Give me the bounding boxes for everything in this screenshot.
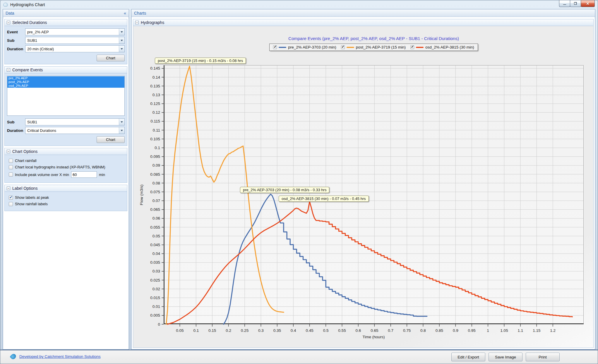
close-icon[interactable] [581, 0, 595, 7]
svg-text:1.05: 1.05 [500, 328, 508, 333]
svg-text:0.09: 0.09 [153, 163, 160, 168]
group-label-options-header[interactable]: Label Options [5, 185, 127, 192]
svg-text:0.35: 0.35 [273, 328, 281, 333]
css-logo-icon [10, 353, 17, 360]
chart-button-compare[interactable]: Chart [97, 136, 125, 143]
svg-text:1.1: 1.1 [518, 328, 523, 333]
svg-text:0.2: 0.2 [226, 328, 231, 333]
collapse-group-icon[interactable] [7, 21, 10, 24]
title-bar[interactable]: Hydrographs Chart [0, 0, 598, 9]
credit: Developed by Catchment Simulation Soluti… [11, 354, 101, 359]
svg-text:0.035: 0.035 [150, 260, 160, 265]
option-chart-rainfall: Chart rainfall [9, 158, 125, 163]
chevron-down-icon[interactable] [119, 29, 124, 35]
chevron-down-icon[interactable] [119, 46, 124, 52]
collapse-group-icon[interactable] [7, 150, 10, 153]
collapse-panel-icon[interactable]: « [124, 11, 126, 15]
svg-text:0.9: 0.9 [453, 328, 458, 333]
checkbox[interactable] [9, 172, 13, 177]
edit-export-button[interactable]: Edit / Export [451, 353, 485, 361]
svg-text:0.135: 0.135 [150, 84, 160, 88]
group-title: Selected Durations [12, 20, 47, 25]
group-chart-options-header[interactable]: Chart Options [5, 148, 127, 155]
data-panel-title: Data [6, 11, 14, 15]
x-axis-label: Time (hours) [164, 335, 584, 339]
compare-events-list[interactable]: pre_2% AEPpost_2% AEPosd_2% AEP [7, 76, 125, 116]
event-dropdown[interactable]: pre_2% AEP [25, 28, 125, 35]
list-item[interactable]: pre_2% AEP [7, 76, 124, 80]
credit-link[interactable]: Developed by Catchment Simulation Soluti… [19, 354, 101, 359]
legend-checkbox[interactable] [410, 45, 414, 49]
plot-svg[interactable]: 00.0050.010.0150.020.0250.030.0350.040.0… [164, 65, 584, 324]
svg-text:0.05: 0.05 [153, 234, 160, 238]
group-title: Chart Options [12, 149, 37, 154]
legend-checkbox[interactable] [341, 45, 345, 49]
legend-item[interactable]: pre_2% AEP-3703 (20 min) [273, 45, 336, 49]
legend-checkbox[interactable] [273, 45, 277, 49]
chevron-down-icon[interactable] [119, 119, 124, 125]
save-image-button[interactable]: Save Image [489, 353, 522, 361]
main-content: Data « Selected Durations Event pre_2% A… [3, 9, 595, 350]
hydrographs-group-title: Hydrographs [141, 20, 164, 25]
charts-panel: Charts Hydrographs Compare Events (pre_2… [131, 9, 595, 350]
svg-text:0.45: 0.45 [306, 328, 313, 333]
svg-text:0.95: 0.95 [468, 328, 476, 333]
data-panel: Data « Selected Durations Event pre_2% A… [3, 9, 129, 350]
chevron-down-icon[interactable] [119, 37, 124, 44]
chart-title: Compare Events (pre_2% AEP, post_2% AEP,… [164, 36, 584, 41]
svg-text:0.015: 0.015 [150, 296, 160, 300]
compare-sub-dropdown[interactable]: SUB1 [25, 118, 125, 125]
sub-dropdown[interactable]: SUB1 [25, 37, 125, 44]
minutes-suffix: min [99, 172, 105, 177]
collapse-group-icon[interactable] [7, 187, 10, 190]
legend-swatch [347, 47, 354, 48]
svg-text:0.005: 0.005 [150, 313, 160, 318]
group-selected-durations-header[interactable]: Selected Durations [5, 19, 127, 26]
chart-button-selected[interactable]: Chart [97, 55, 125, 61]
group-selected-durations: Selected Durations Event pre_2% AEP Sub … [4, 19, 127, 64]
svg-text:0.06: 0.06 [153, 216, 160, 220]
svg-text:0.55: 0.55 [338, 328, 346, 333]
event-row: Event pre_2% AEP [7, 28, 125, 35]
svg-text:0.105: 0.105 [150, 137, 160, 141]
chevron-down-icon[interactable] [119, 127, 124, 134]
svg-text:0.07: 0.07 [153, 199, 160, 203]
peak-volume-input[interactable] [71, 171, 97, 178]
data-panel-header: Data « [3, 9, 129, 17]
svg-text:1.2: 1.2 [550, 328, 556, 333]
svg-text:0.11: 0.11 [153, 128, 160, 132]
group-chart-options: Chart Options Chart rainfall Chart local… [4, 148, 127, 183]
svg-text:0.12: 0.12 [153, 110, 160, 115]
minimize-icon[interactable] [559, 0, 570, 7]
duration-dropdown[interactable]: 20 min (Critical) [25, 45, 125, 52]
svg-text:0.025: 0.025 [150, 278, 160, 282]
group-compare-events-header[interactable]: Compare Events [5, 67, 127, 73]
collapse-group-icon[interactable] [135, 21, 139, 24]
list-item[interactable]: osd_2% AEP [7, 84, 124, 88]
compare-duration-dropdown[interactable]: Critical Durations [25, 127, 125, 134]
list-item[interactable]: post_2% AEP [7, 80, 124, 84]
legend-item[interactable]: post_2% AEP-3719 (15 min) [341, 45, 406, 49]
svg-text:0: 0 [158, 322, 160, 327]
checkbox[interactable] [9, 196, 13, 200]
svg-text:0.15: 0.15 [208, 328, 216, 333]
svg-text:1.15: 1.15 [533, 328, 540, 333]
maximize-icon[interactable] [570, 0, 581, 7]
legend-swatch [279, 47, 286, 48]
svg-text:0.145: 0.145 [150, 66, 160, 70]
checkbox[interactable] [9, 202, 13, 206]
print-button[interactable]: Print [526, 353, 560, 361]
charts-panel-title: Charts [134, 11, 146, 15]
svg-text:1: 1 [487, 328, 489, 333]
checkbox[interactable] [9, 159, 13, 163]
svg-text:0.045: 0.045 [150, 243, 160, 247]
peak-label-post[interactable]: post_2% AEP-3719 (15 min) - 0.15 m3/s - … [155, 58, 246, 64]
legend-item[interactable]: osd_2% AEP-3815 (30 min) [410, 45, 474, 49]
svg-text:0.5: 0.5 [323, 328, 329, 333]
hydrographs-group-header[interactable]: Hydrographs [133, 19, 594, 26]
peak-label-pre[interactable]: pre_2% AEP-3703 (20 min) - 0.08 m3/s - 0… [240, 187, 329, 193]
peak-label-osd[interactable]: osd_2% AEP-3815 (30 min) - 0.07 m3/s - 0… [279, 196, 369, 202]
option-peak-volume: Include peak volume over X min min [9, 171, 125, 178]
collapse-group-icon[interactable] [7, 68, 10, 72]
checkbox[interactable] [9, 165, 13, 169]
